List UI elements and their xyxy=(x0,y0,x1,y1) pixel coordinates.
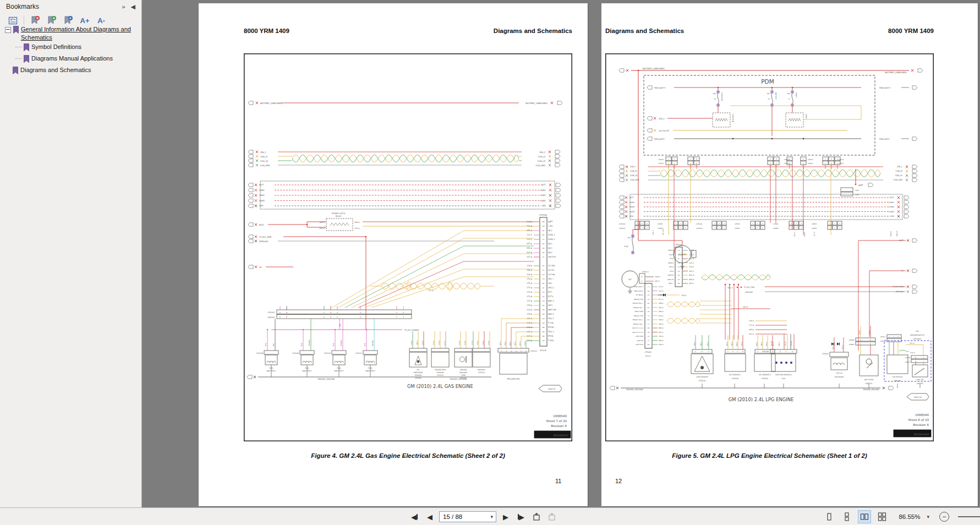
previous-page-button[interactable]: ◀ xyxy=(424,511,436,523)
svg-text:2: 2 xyxy=(834,223,835,225)
decrease-text-size-button[interactable]: A- xyxy=(94,15,108,26)
svg-text:CRP70: CRP70 xyxy=(905,361,910,363)
svg-text:383-A: 383-A xyxy=(659,323,663,325)
next-page-button[interactable]: ▶ xyxy=(500,511,512,523)
svg-text:851-A: 851-A xyxy=(749,333,754,335)
svg-text:CRP242: CRP242 xyxy=(267,316,275,319)
svg-text:BATTERY_(UNFUSED): BATTERY_(UNFUSED) xyxy=(885,71,907,74)
page-field-dropdown-icon[interactable]: ▾ xyxy=(488,514,496,519)
svg-text:OPTIONS: OPTIONS xyxy=(913,338,921,340)
svg-text:F6: F6 xyxy=(768,98,770,100)
previous-view-button[interactable] xyxy=(530,511,543,523)
svg-text:1: 1 xyxy=(791,223,792,225)
delete-bookmark-button[interactable] xyxy=(28,15,42,26)
svg-text:384-A: 384-A xyxy=(659,319,663,321)
svg-text:GROUND: GROUND xyxy=(896,291,904,293)
svg-text:OP SIG: OP SIG xyxy=(548,269,555,271)
zoom-slider[interactable] xyxy=(958,516,980,517)
expander-minus-icon[interactable] xyxy=(5,27,11,33)
svg-text:HEGO1 SIG +: HEGO1 SIG + xyxy=(632,319,643,321)
bookmark-label[interactable]: General Information About Diagrams and S… xyxy=(21,25,139,42)
svg-text:ENGINE_GROUND: ENGINE_GROUND xyxy=(626,389,643,391)
svg-text:373-A: 373-A xyxy=(527,296,532,298)
svg-text:850-A: 850-A xyxy=(659,327,663,329)
svg-text:G4: G4 xyxy=(543,340,545,342)
svg-text:20A: 20A xyxy=(713,92,716,95)
svg-text:B2: B2 xyxy=(648,307,650,309)
next-view-button[interactable] xyxy=(546,511,558,523)
svg-text:382-A: 382-A xyxy=(514,341,516,346)
svg-text:A: A xyxy=(642,280,643,282)
last-page-button[interactable]: ▶ xyxy=(515,511,527,523)
bookmark-item-1[interactable]: Symbol Definitions xyxy=(15,43,139,53)
pdf-page-11: 8000 YRM 1409 Diagrams and Schematics BA… xyxy=(199,3,588,506)
lpg-sensor-switch-options: LPGSENSOR/SWITCHOPTIONSCPS71CRP71112233L… xyxy=(880,330,931,385)
component-air-filter-switch: CRP68CPS68ABAB543-B112-PAIR FILTERSWITCH xyxy=(849,326,878,385)
svg-text:HEGO2 HTR: HEGO2 HTR xyxy=(634,298,643,300)
bookmark-label[interactable]: Diagrams and Schematics xyxy=(20,66,91,74)
bookmark-item-3[interactable]: Diagrams and Schematics xyxy=(12,66,139,76)
add-bookmark-button[interactable] xyxy=(45,15,59,26)
svg-text:751-R: 751-R xyxy=(749,324,754,326)
svg-text:372-A: 372-A xyxy=(527,291,532,293)
zoom-level-value[interactable]: 86.55% xyxy=(899,513,920,520)
svg-text:GRD: GRD xyxy=(629,215,634,217)
svg-text:T GRD: T GRD xyxy=(548,340,554,342)
expand-panel-icon[interactable]: » xyxy=(119,3,128,10)
bookmark-item-0[interactable]: General Information About Diagrams and S… xyxy=(4,25,139,42)
svg-text:2: 2 xyxy=(506,350,507,352)
svg-text:D1: D1 xyxy=(648,294,650,296)
svg-text:3: 3 xyxy=(839,227,840,229)
svg-text:O2 SENSOR 2: O2 SENSOR 2 xyxy=(759,374,771,376)
svg-text:PDM_BATT+: PDM_BATT+ xyxy=(654,87,666,89)
svg-text:SWB2: SWB2 xyxy=(540,194,546,196)
goto-bookmark-button[interactable] xyxy=(61,15,75,26)
collapse-panel-icon[interactable]: ◀ xyxy=(128,3,138,10)
svg-text:121-V: 121-V xyxy=(527,234,532,236)
single-page-view-button[interactable] xyxy=(823,510,836,523)
svg-text:121-U: 121-U xyxy=(527,238,532,240)
zoom-dropdown-icon[interactable]: ▾ xyxy=(924,514,932,519)
svg-text:C: C xyxy=(737,351,738,353)
svg-text:H: H xyxy=(403,316,404,318)
svg-text:3: 3 xyxy=(724,223,725,225)
svg-text:B: B xyxy=(732,351,733,353)
svg-text:849-A: 849-A xyxy=(833,345,834,349)
svg-text:H: H xyxy=(403,311,404,314)
svg-text:CPS203: CPS203 xyxy=(645,351,651,353)
svg-text:IGN_2: IGN_2 xyxy=(539,151,545,154)
first-page-button[interactable]: ◀ xyxy=(408,511,420,523)
continuous-view-button[interactable] xyxy=(840,510,853,523)
bookmark-item-2[interactable]: Diagrams Manual Applications xyxy=(15,54,139,65)
svg-text:Revision 6: Revision 6 xyxy=(551,424,567,428)
svg-text:386-A: 386-A xyxy=(659,310,663,313)
increase-text-size-button[interactable]: A+ xyxy=(78,15,92,26)
bookmark-label[interactable]: Diagrams Manual Applications xyxy=(31,54,113,63)
facing-continuous-view-button[interactable] xyxy=(875,510,889,523)
bookmark-options-button[interactable] xyxy=(6,15,20,26)
facing-view-button[interactable] xyxy=(858,510,871,523)
svg-text:385-A: 385-A xyxy=(659,340,663,342)
component-oil-pressure-sensor: 118-A380-A264-AOILPRESSURESENSORCPS201 xyxy=(409,331,427,379)
svg-text:263-A: 263-A xyxy=(527,309,532,311)
svg-text:LPG LO: LPG LO xyxy=(836,372,842,374)
svg-text:ECT -: ECT - xyxy=(548,291,553,293)
svg-text:PNK: PNK xyxy=(265,343,267,346)
svg-text:1: 1 xyxy=(829,223,830,225)
svg-text:CRP13: CRP13 xyxy=(839,158,844,161)
svg-text:112-P: 112-P xyxy=(869,330,870,335)
page-number: 12 xyxy=(615,478,622,484)
svg-text:CRP160: CRP160 xyxy=(619,227,625,229)
bookmark-label[interactable]: Symbol Definitions xyxy=(31,43,81,51)
mid-twisted-pair: 377-B xyxy=(370,282,494,292)
zoom-out-button[interactable]: − xyxy=(939,512,949,522)
svg-text:CAM SENSOR: CAM SENSOR xyxy=(696,376,708,378)
page-number-input[interactable]: 15 / 88 ▾ xyxy=(439,511,496,522)
svg-text:C: C xyxy=(708,351,709,353)
svg-text:ETB WITH TPS: ETB WITH TPS xyxy=(507,378,519,380)
svg-text:CPS209: CPS209 xyxy=(292,352,299,354)
svg-text:3: 3 xyxy=(647,227,648,229)
svg-text:B: B xyxy=(915,357,916,359)
svg-text:CPS214: CPS214 xyxy=(642,271,649,273)
svg-text:H2: H2 xyxy=(678,266,680,268)
